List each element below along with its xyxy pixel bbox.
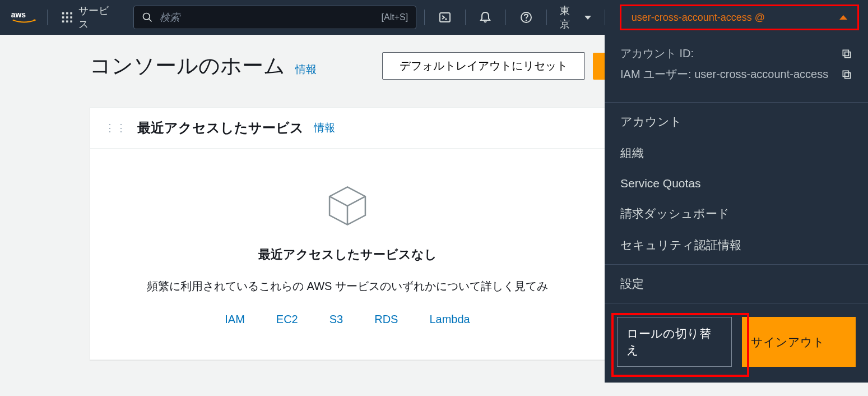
svg-rect-17: [843, 50, 848, 56]
dropdown-divider: [605, 303, 868, 303]
help-button[interactable]: [514, 5, 538, 30]
nav-divider: [546, 10, 547, 25]
account-label: user-cross-account-access @: [632, 12, 765, 24]
copy-icon[interactable]: [841, 69, 852, 80]
dropdown-item-settings[interactable]: 設定: [605, 268, 868, 300]
nav-divider: [605, 10, 605, 25]
search-input[interactable]: [160, 12, 375, 24]
svg-rect-16: [845, 52, 851, 57]
copy-icon[interactable]: [841, 48, 852, 59]
account-info-section: アカウント ID: IAM ユーザー: user-cross-account-a…: [605, 35, 868, 99]
svg-rect-18: [845, 72, 851, 78]
card-title: 最近アクセスしたサービス: [137, 119, 304, 137]
svg-text:aws: aws: [11, 10, 26, 19]
caret-up-icon: [839, 15, 847, 20]
reset-layout-button[interactable]: デフォルトレイアウトにリセット: [382, 52, 585, 80]
iam-user-row: IAM ユーザー: user-cross-account-access: [620, 67, 852, 82]
dropdown-item-organizations[interactable]: 組織: [605, 137, 868, 169]
search-icon: [142, 12, 153, 23]
info-link[interactable]: 情報: [295, 62, 317, 77]
dropdown-actions: ロールの切り替え サインアウト: [605, 307, 868, 370]
svg-line-11: [148, 19, 151, 22]
service-links: IAM EC2 S3 RDS Lambda: [113, 313, 582, 326]
dropdown-item-account[interactable]: アカウント: [605, 106, 868, 137]
nav-divider: [424, 10, 425, 25]
svg-rect-3: [70, 12, 72, 15]
account-dropdown: アカウント ID: IAM ユーザー: user-cross-account-a…: [605, 35, 868, 383]
dropdown-item-security-credentials[interactable]: セキュリティ認証情報: [605, 229, 868, 261]
add-widget-button[interactable]: [593, 53, 605, 80]
region-selector[interactable]: 東京: [554, 4, 596, 31]
iam-user-label: IAM ユーザー: user-cross-account-access: [620, 67, 828, 82]
aws-logo[interactable]: aws: [9, 8, 39, 26]
svg-rect-19: [843, 71, 848, 76]
nav-divider: [47, 10, 48, 25]
svg-point-10: [143, 13, 150, 20]
cube-icon: [324, 182, 371, 229]
service-link-ec2[interactable]: EC2: [276, 313, 298, 326]
notifications-button[interactable]: [474, 5, 498, 30]
title-row: コンソールのホーム 情報: [90, 52, 317, 80]
svg-rect-8: [66, 20, 68, 22]
svg-rect-2: [66, 12, 68, 15]
svg-rect-4: [62, 16, 64, 19]
switch-role-button[interactable]: ロールの切り替え: [617, 317, 732, 367]
caret-down-icon: [584, 16, 591, 20]
service-link-rds[interactable]: RDS: [374, 313, 398, 326]
dropdown-divider: [605, 102, 868, 103]
help-icon: [519, 11, 533, 24]
svg-rect-9: [70, 20, 72, 22]
card-header: ⋮⋮ 最近アクセスしたサービス 情報: [90, 108, 605, 149]
account-id-label: アカウント ID:: [620, 46, 694, 61]
nav-divider: [505, 10, 506, 25]
services-label: サービス: [78, 4, 118, 31]
svg-rect-6: [70, 16, 72, 19]
svg-rect-7: [62, 20, 64, 22]
topnav-right: 東京 user-cross-account-access @: [420, 4, 859, 31]
dropdown-item-service-quotas[interactable]: Service Quotas: [605, 169, 868, 198]
dropdown-divider: [605, 264, 868, 265]
service-link-s3[interactable]: S3: [329, 313, 343, 326]
search-box[interactable]: [Alt+S]: [133, 6, 417, 29]
signout-button[interactable]: サインアウト: [742, 317, 856, 367]
page-title: コンソールのホーム: [90, 52, 285, 80]
drag-handle-icon[interactable]: ⋮⋮: [105, 122, 127, 134]
account-menu-button[interactable]: user-cross-account-access @: [620, 4, 859, 30]
svg-rect-5: [66, 16, 68, 19]
card-body: 最近アクセスしたサービスなし 頻繁に利用されているこれらの AWS サービスのい…: [90, 149, 605, 360]
cloudshell-icon: [438, 11, 452, 24]
empty-description: 頻繁に利用されているこれらの AWS サービスのいずれかについて詳しく見てみ: [113, 279, 582, 294]
svg-point-15: [526, 20, 527, 21]
top-nav: aws サービス [Alt+S]: [0, 0, 868, 35]
service-link-iam[interactable]: IAM: [225, 313, 245, 326]
bell-icon: [479, 11, 492, 24]
nav-divider: [465, 10, 466, 25]
cloudshell-button[interactable]: [433, 5, 457, 30]
account-id-row: アカウント ID:: [620, 46, 852, 61]
info-link[interactable]: 情報: [314, 121, 335, 135]
empty-title: 最近アクセスしたサービスなし: [113, 246, 582, 263]
dropdown-item-billing[interactable]: 請求ダッシュボード: [605, 198, 868, 229]
service-link-lambda[interactable]: Lambda: [429, 313, 470, 326]
svg-rect-1: [62, 12, 64, 15]
aws-logo-icon: aws: [11, 10, 38, 25]
region-label: 東京: [560, 4, 579, 31]
grid-icon: [61, 11, 73, 24]
services-button[interactable]: サービス: [55, 1, 124, 34]
search-shortcut-label: [Alt+S]: [382, 12, 409, 22]
recent-services-card: ⋮⋮ 最近アクセスしたサービス 情報 最近アクセスしたサービスなし 頻繁に利用さ…: [90, 107, 605, 360]
